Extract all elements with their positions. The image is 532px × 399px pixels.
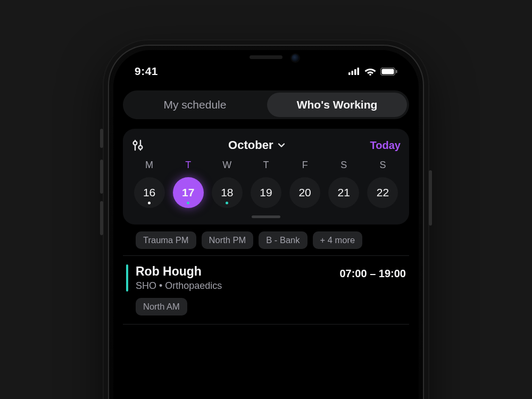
tab-switcher: My schedule Who's Working xyxy=(123,90,409,119)
phone-notch xyxy=(213,50,319,70)
status-time: 9:41 xyxy=(135,65,158,78)
day-number: 17 xyxy=(182,186,194,199)
week-panel: October Today M T W T F S xyxy=(123,129,409,225)
day-18[interactable]: 18 xyxy=(212,177,243,208)
sliders-icon xyxy=(132,139,144,151)
person-name: Rob Hough xyxy=(136,264,222,279)
list-item-left: Rob Hough SHO • Orthopaedics xyxy=(126,264,222,292)
tab-whos-working[interactable]: Who's Working xyxy=(267,93,407,117)
day-number: 21 xyxy=(338,186,350,199)
phone-front-camera xyxy=(292,54,299,62)
svg-point-9 xyxy=(134,142,137,145)
dow-wed: W xyxy=(209,160,245,177)
dow-fri: F xyxy=(287,160,323,177)
shift-color-bar xyxy=(126,264,128,292)
phone-power-button xyxy=(429,170,432,226)
list-item[interactable] xyxy=(123,324,409,345)
shift-time: 07:00 – 19:00 xyxy=(339,264,406,280)
dow-tue: T xyxy=(170,160,206,177)
chip[interactable]: B - Bank xyxy=(259,231,307,249)
chip[interactable]: Trauma PM xyxy=(136,231,196,249)
battery-icon xyxy=(380,68,397,76)
filter-button[interactable] xyxy=(131,139,144,152)
dow-sun: S xyxy=(365,160,401,177)
chip-row: North AM xyxy=(136,298,406,315)
schedule-list: Trauma PM North PM B - Bank + 4 more xyxy=(123,226,409,345)
svg-rect-0 xyxy=(348,72,351,75)
svg-rect-2 xyxy=(354,69,356,75)
phone-speaker xyxy=(250,55,282,59)
day-number: 18 xyxy=(221,186,233,199)
status-indicators xyxy=(348,67,397,76)
day-number: 20 xyxy=(298,186,311,199)
phone-volume-down xyxy=(100,201,103,235)
today-button[interactable]: Today xyxy=(370,139,401,152)
day-number: 22 xyxy=(377,186,389,199)
day-number: 19 xyxy=(260,186,272,199)
day-17[interactable]: 17 xyxy=(173,177,204,208)
day-19[interactable]: 19 xyxy=(251,177,281,208)
day-number: 16 xyxy=(143,186,155,199)
person-role: SHO • Orthopaedics xyxy=(136,280,222,292)
chip-row: Trauma PM North PM B - Bank + 4 more xyxy=(136,231,406,249)
list-item[interactable]: Trauma PM North PM B - Bank + 4 more xyxy=(123,226,409,255)
content: My schedule Who's Working xyxy=(113,90,419,399)
svg-point-4 xyxy=(369,73,371,76)
dow-thu: T xyxy=(248,160,284,177)
day-21[interactable]: 21 xyxy=(328,177,359,208)
wifi-icon xyxy=(364,67,376,76)
week-header: October Today xyxy=(131,138,401,152)
month-label: October xyxy=(228,138,273,152)
chip-more[interactable]: + 4 more xyxy=(313,231,363,249)
phone-frame: 9:41 xyxy=(103,39,429,399)
tab-my-schedule[interactable]: My schedule xyxy=(125,93,265,117)
day-22[interactable]: 22 xyxy=(367,177,398,208)
day-20[interactable]: 20 xyxy=(289,177,320,208)
chip[interactable]: North AM xyxy=(136,298,187,315)
dow-mon: M xyxy=(131,160,167,177)
list-item[interactable]: Rob Hough SHO • Orthopaedics 07:00 – 19:… xyxy=(123,255,409,324)
list-item-header: Rob Hough SHO • Orthopaedics 07:00 – 19:… xyxy=(126,264,406,292)
phone-mute-switch xyxy=(100,129,103,148)
svg-rect-6 xyxy=(382,69,394,74)
chip[interactable]: North PM xyxy=(202,231,254,249)
event-dot-icon xyxy=(148,202,151,204)
week-grid: M T W T F S S 16 17 xyxy=(131,160,401,208)
dow-sat: S xyxy=(326,160,362,177)
event-dot-icon xyxy=(226,202,228,204)
svg-rect-1 xyxy=(352,71,354,75)
cellular-icon xyxy=(348,68,360,75)
chevron-down-icon xyxy=(277,141,286,149)
day-16[interactable]: 16 xyxy=(134,177,165,208)
svg-point-11 xyxy=(139,146,143,149)
svg-rect-7 xyxy=(396,70,397,73)
event-dot-icon xyxy=(187,202,189,204)
svg-rect-3 xyxy=(358,68,360,75)
month-picker[interactable]: October xyxy=(228,138,286,152)
screen: 9:41 xyxy=(113,50,419,399)
stage: 9:41 xyxy=(0,0,532,399)
drag-handle[interactable] xyxy=(252,215,280,218)
list-item-text: Rob Hough SHO • Orthopaedics xyxy=(136,264,222,292)
phone-volume-up xyxy=(100,160,103,194)
